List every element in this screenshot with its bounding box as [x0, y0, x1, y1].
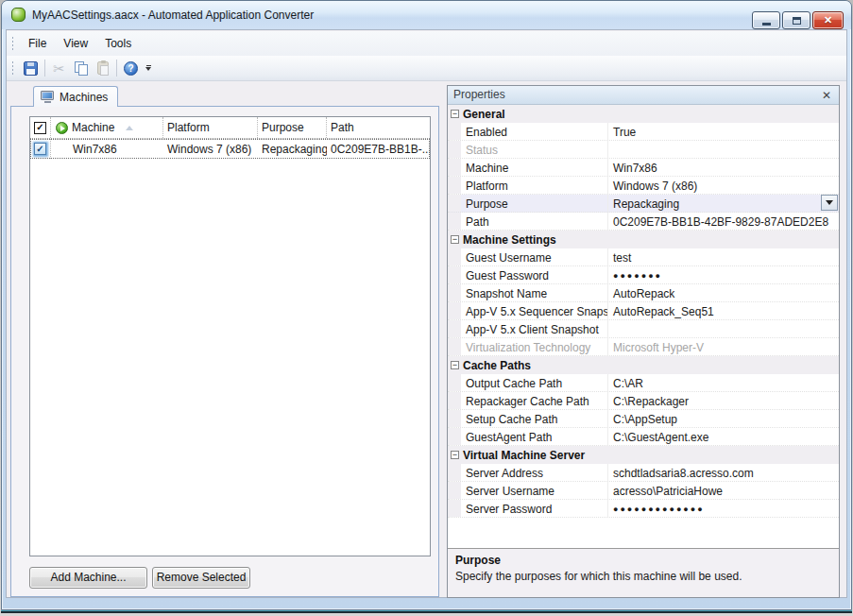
- category-label: General: [463, 108, 505, 121]
- property-value[interactable]: Repackaging: [608, 195, 839, 212]
- property-row[interactable]: Platform Windows 7 (x86): [448, 177, 839, 195]
- property-row[interactable]: GuestAgent Path C:\GuestAgent.exe: [448, 428, 839, 446]
- column-header-machine[interactable]: Machine: [51, 117, 163, 138]
- description-text: Specify the purposes for which this mach…: [455, 570, 831, 583]
- menu-file[interactable]: File: [20, 32, 55, 55]
- menu-bar: File View Tools: [7, 31, 846, 56]
- category-row[interactable]: − General: [448, 105, 839, 123]
- dropdown-button[interactable]: [821, 195, 838, 211]
- menu-tools[interactable]: Tools: [96, 32, 140, 55]
- property-row[interactable]: Guest Password ●●●●●●●: [448, 266, 839, 284]
- property-value[interactable]: acresso\PatriciaHowe: [608, 482, 839, 499]
- property-value[interactable]: [608, 141, 839, 158]
- copy-icon: [75, 61, 88, 75]
- close-button[interactable]: ✕: [812, 11, 844, 29]
- column-header-path[interactable]: Path: [327, 117, 430, 138]
- menu-view[interactable]: View: [55, 32, 96, 55]
- property-row[interactable]: App-V 5.x Client Snapshot: [448, 320, 839, 338]
- category-row[interactable]: − Virtual Machine Server: [448, 446, 839, 464]
- property-label: Platform: [461, 177, 608, 194]
- toolbar-overflow-button[interactable]: [145, 65, 151, 71]
- minimize-button[interactable]: [752, 11, 780, 29]
- property-label: Snapshot Name: [461, 284, 608, 301]
- save-icon: [24, 61, 38, 76]
- remove-selected-button[interactable]: Remove Selected: [152, 567, 250, 589]
- property-row[interactable]: Enabled True: [448, 123, 839, 141]
- property-row[interactable]: Setup Cache Path C:\AppSetup: [448, 410, 839, 428]
- property-value[interactable]: AutoRepack: [608, 284, 839, 301]
- column-header-purpose[interactable]: Purpose: [258, 117, 327, 138]
- property-value[interactable]: True: [608, 123, 839, 140]
- collapse-icon[interactable]: −: [451, 451, 459, 459]
- property-label: Output Cache Path: [461, 374, 608, 391]
- toolbar-separator: [44, 60, 45, 77]
- property-row[interactable]: Server Password ●●●●●●●●●●●●●: [448, 500, 839, 518]
- property-value[interactable]: 0C209E7B-BB1B-42BF-9829-87ADED2E8: [608, 213, 839, 230]
- property-row[interactable]: Machine Win7x86: [448, 159, 839, 177]
- category-row[interactable]: − Machine Settings: [448, 231, 839, 248]
- collapse-icon[interactable]: −: [451, 235, 459, 244]
- machine-icon: [41, 91, 55, 103]
- property-row[interactable]: Path 0C209E7B-BB1B-42BF-9829-87ADED2E8: [448, 213, 839, 231]
- property-value[interactable]: C:\Repackager: [608, 392, 839, 409]
- add-machine-button[interactable]: Add Machine...: [29, 567, 147, 589]
- property-value[interactable]: C:\AppSetup: [608, 410, 839, 427]
- window-title: MyAACSettings.aacx - Automated Applicati…: [32, 9, 314, 22]
- restore-button[interactable]: [782, 11, 810, 29]
- properties-close-icon[interactable]: ✕: [819, 88, 834, 103]
- property-value[interactable]: Win7x86: [608, 159, 839, 176]
- properties-header: Properties ✕: [448, 86, 839, 105]
- category-label: Machine Settings: [463, 233, 556, 247]
- property-label: Path: [461, 213, 608, 230]
- property-row[interactable]: Status: [448, 141, 839, 159]
- window-border-shadow: [1, 611, 852, 613]
- titlebar[interactable]: MyAACSettings.aacx - Automated Applicati…: [2, 1, 851, 29]
- property-label: Setup Cache Path: [461, 410, 608, 427]
- property-value[interactable]: test: [608, 248, 839, 265]
- property-value[interactable]: Microsoft Hyper-V: [608, 338, 839, 355]
- help-icon: ?: [124, 61, 138, 76]
- copy-button[interactable]: [70, 58, 92, 78]
- property-label: App-V 5.x Client Snapshot: [461, 320, 608, 337]
- app-window: MyAACSettings.aacx - Automated Applicati…: [1, 0, 852, 610]
- property-row[interactable]: Server Username acresso\PatriciaHowe: [448, 482, 839, 500]
- property-row[interactable]: Snapshot Name AutoRepack: [448, 284, 839, 302]
- collapse-icon[interactable]: −: [451, 110, 459, 118]
- property-value[interactable]: AutoRepack_Seq51: [608, 302, 839, 319]
- restore-icon: [793, 17, 801, 25]
- screen: MyAACSettings.aacx - Automated Applicati…: [0, 0, 853, 616]
- property-value[interactable]: C:\AR: [608, 374, 839, 391]
- close-icon: ✕: [824, 15, 832, 26]
- property-value[interactable]: C:\GuestAgent.exe: [608, 428, 839, 445]
- property-row[interactable]: Purpose Repackaging: [448, 195, 839, 213]
- property-row[interactable]: Output Cache Path C:\AR: [448, 374, 839, 392]
- column-header-platform[interactable]: Platform: [163, 117, 258, 138]
- property-value[interactable]: [608, 320, 839, 337]
- property-row[interactable]: Guest Username test: [448, 248, 839, 266]
- property-value[interactable]: Windows 7 (x86): [608, 177, 839, 194]
- property-row[interactable]: Virtualization Technology Microsoft Hype…: [448, 338, 839, 356]
- machines-table-body: ✓ Win7x86 Windows 7 (x86) Repackaging 0C…: [30, 139, 430, 159]
- cell-platform: Windows 7 (x86): [163, 139, 258, 159]
- properties-title: Properties: [453, 88, 505, 101]
- property-value[interactable]: ●●●●●●●●●●●●●: [608, 500, 839, 517]
- cut-button[interactable]: ✂: [48, 58, 70, 78]
- paste-button[interactable]: [92, 58, 113, 78]
- property-value[interactable]: ●●●●●●●: [608, 266, 839, 283]
- minimize-icon: [762, 23, 771, 26]
- property-row[interactable]: Server Address schdtladsaria8.acresso.co…: [448, 464, 839, 482]
- tab-machines[interactable]: Machines: [33, 86, 118, 107]
- table-row[interactable]: ✓ Win7x86 Windows 7 (x86) Repackaging 0C…: [30, 139, 430, 159]
- select-all-checkbox[interactable]: ✓: [34, 122, 46, 134]
- collapse-icon[interactable]: −: [451, 361, 459, 369]
- property-row[interactable]: App-V 5.x Sequencer Snapshot AutoRepack_…: [448, 302, 839, 320]
- property-row[interactable]: Repackager Cache Path C:\Repackager: [448, 392, 839, 410]
- property-label: App-V 5.x Sequencer Snapshot: [461, 302, 608, 319]
- row-checkbox[interactable]: ✓: [34, 143, 46, 155]
- help-button[interactable]: ?: [120, 58, 142, 78]
- toolbar-separator: [116, 60, 117, 77]
- property-label: Server Username: [461, 482, 608, 499]
- save-button[interactable]: [20, 58, 42, 78]
- category-row[interactable]: − Cache Paths: [448, 356, 839, 374]
- property-value[interactable]: schdtladsaria8.acresso.com: [608, 464, 839, 481]
